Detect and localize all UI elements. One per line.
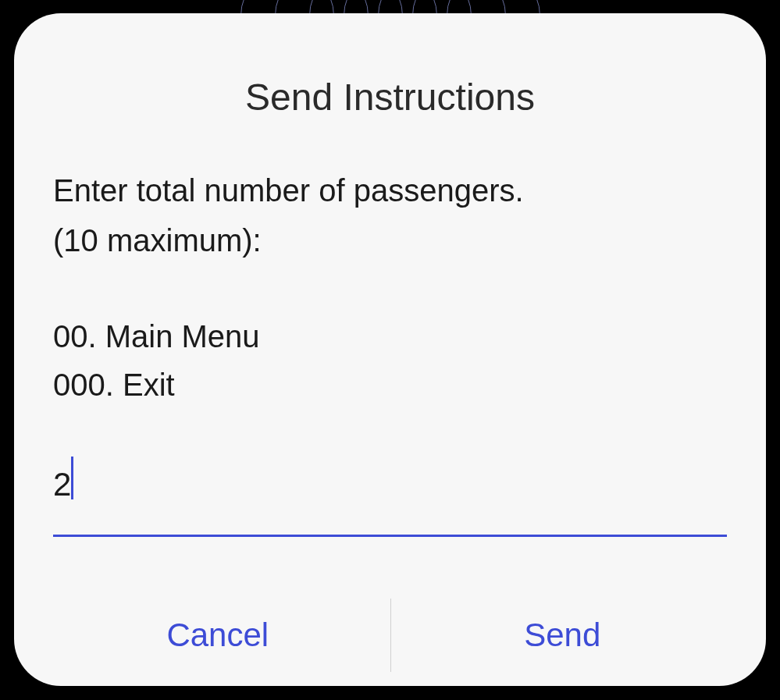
send-button[interactable]: Send	[390, 585, 735, 686]
cancel-button[interactable]: Cancel	[45, 585, 390, 686]
send-instructions-dialog: Send Instructions Enter total number of …	[14, 13, 766, 686]
menu-options: 00. Main Menu 000. Exit	[45, 312, 735, 409]
instruction-line-2: (10 maximum):	[53, 215, 727, 265]
passenger-count-input[interactable]	[53, 452, 727, 537]
instruction-line-1: Enter total number of passengers.	[53, 165, 727, 215]
text-cursor	[71, 457, 73, 499]
menu-option-exit: 000. Exit	[53, 361, 727, 409]
dialog-title: Send Instructions	[45, 76, 735, 119]
button-row: Cancel Send	[45, 585, 735, 686]
input-container	[45, 452, 735, 585]
instruction-text: Enter total number of passengers. (10 ma…	[45, 165, 735, 265]
menu-option-main-menu: 00. Main Menu	[53, 312, 727, 361]
